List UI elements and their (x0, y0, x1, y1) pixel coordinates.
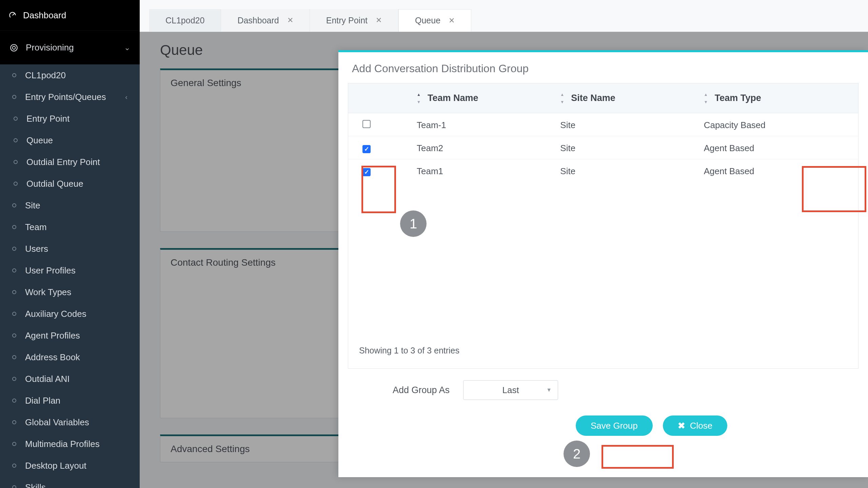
tab[interactable]: Queue✕ (398, 9, 471, 32)
sidebar-item-label: User Profiles (25, 265, 76, 276)
team-grid: Team Name Site Name Team Type Team-1Site… (348, 83, 858, 363)
sidebar-item[interactable]: Outdial Queue (0, 173, 140, 195)
bullet-icon (12, 333, 16, 338)
sidebar-item[interactable]: Dial Plan (0, 390, 140, 411)
select-value: Last (502, 385, 519, 395)
sidebar-item-label: CL1pod20 (25, 70, 66, 81)
sidebar-item-label: Address Book (25, 352, 80, 363)
modal-add-distribution-group: Add Conversation Distribution Group Team… (338, 50, 868, 477)
sidebar-item-label: Skills (25, 482, 46, 488)
close-icon[interactable]: ✕ (449, 16, 455, 25)
sort-icon (560, 94, 568, 103)
sidebar-item[interactable]: Skills (0, 476, 140, 488)
bullet-icon (12, 355, 16, 359)
sidebar-item-label: Queue (26, 135, 53, 146)
tab[interactable]: Dashboard✕ (221, 9, 310, 32)
close-icon[interactable]: ✕ (376, 16, 382, 25)
col-team-type[interactable]: Team Type (704, 93, 847, 103)
cell-team-name: Team-1 (417, 120, 560, 130)
close-icon[interactable]: ✕ (287, 16, 293, 25)
bullet-icon (12, 268, 16, 272)
bullet-icon (12, 420, 16, 424)
tab-label: Queue (415, 16, 440, 25)
bullet-icon (14, 182, 18, 186)
sidebar-item[interactable]: Team (0, 216, 140, 238)
bullet-icon (12, 247, 16, 251)
tab-static[interactable]: CL1pod20 (149, 9, 221, 32)
bullet-icon (12, 203, 16, 207)
col-site-name[interactable]: Site Name (560, 93, 704, 103)
sidebar-item-label: Users (25, 244, 48, 254)
bullet-icon (14, 138, 18, 142)
sidebar-item-label: Agent Profiles (25, 330, 80, 341)
cell-team-type: Agent Based (704, 143, 847, 154)
sidebar-dashboard-link[interactable]: Dashboard (0, 0, 140, 30)
sidebar-provisioning-heading[interactable]: Provisioning ⌄ (0, 30, 140, 64)
sidebar-provisioning-label: Provisioning (26, 42, 74, 53)
add-group-as-label: Add Group As (393, 385, 450, 395)
modal-body: Team Name Site Name Team Type Team-1Site… (348, 83, 859, 369)
cell-team-type: Capacity Based (704, 120, 847, 130)
sidebar-item[interactable]: User Profiles (0, 260, 140, 281)
row-checkbox[interactable] (362, 120, 371, 128)
sidebar-item[interactable]: Entry Points/Queues‹ (0, 86, 140, 108)
sidebar-item-label: Global Variables (25, 417, 89, 428)
sidebar-item-label: Site (25, 200, 40, 211)
bullet-icon (12, 312, 16, 316)
row-checkbox[interactable] (362, 168, 371, 176)
sidebar-item-label: Outdial ANI (25, 374, 70, 384)
sidebar-dashboard-label: Dashboard (23, 10, 66, 21)
sidebar-item[interactable]: Queue (0, 129, 140, 151)
save-group-button[interactable]: Save Group (576, 415, 653, 436)
sidebar-item-label: Entry Point (26, 114, 70, 124)
close-icon: ✖ (678, 421, 685, 431)
grid-header: Team Name Site Name Team Type (348, 83, 858, 113)
sidebar-item[interactable]: Multimedia Profiles (0, 433, 140, 455)
close-button[interactable]: ✖ Close (663, 415, 727, 436)
cell-team-type: Agent Based (704, 166, 847, 177)
sidebar-item-label: Multimedia Profiles (25, 439, 100, 449)
sidebar-item-label: Outdial Queue (26, 179, 83, 189)
sidebar-item[interactable]: Auxiliary Codes (0, 303, 140, 325)
row-checkbox[interactable] (362, 145, 371, 153)
close-label: Close (690, 421, 712, 431)
cell-team-name: Team1 (417, 166, 560, 177)
sidebar-item-label: Desktop Layout (25, 461, 86, 471)
svg-point-1 (13, 46, 16, 49)
bullet-icon (12, 485, 16, 488)
sidebar-item[interactable]: Site (0, 195, 140, 216)
sidebar-item[interactable]: Outdial Entry Point (0, 151, 140, 173)
grid-footer: Showing 1 to 3 of 3 entries (348, 338, 858, 363)
tab-bar: CL1pod20 Dashboard✕Entry Point✕Queue✕ (140, 0, 868, 32)
sidebar-item[interactable]: Users (0, 238, 140, 260)
cell-site-name: Site (560, 120, 704, 130)
sort-icon (704, 94, 711, 103)
dashboard-icon (8, 11, 17, 20)
sidebar-item[interactable]: CL1pod20 (0, 64, 140, 86)
add-group-as-select[interactable]: Last ▼ (463, 380, 558, 400)
sidebar-item[interactable]: Desktop Layout (0, 455, 140, 476)
sidebar-item-label: Dial Plan (25, 395, 60, 406)
modal-title: Add Conversation Distribution Group (338, 52, 868, 83)
caret-down-icon: ▼ (546, 387, 552, 393)
sidebar-item[interactable]: Outdial ANI (0, 368, 140, 390)
table-row: Team-1SiteCapacity Based (348, 113, 858, 136)
svg-point-0 (11, 44, 17, 51)
cell-team-name: Team2 (417, 143, 560, 154)
sidebar-item-label: Outdial Entry Point (26, 157, 100, 167)
sidebar-item[interactable]: Work Types (0, 281, 140, 303)
sidebar-item-label: Team (25, 222, 47, 232)
sidebar-item[interactable]: Agent Profiles (0, 325, 140, 346)
sidebar-item[interactable]: Address Book (0, 346, 140, 368)
sidebar-item[interactable]: Global Variables (0, 411, 140, 433)
sidebar: Dashboard Provisioning ⌄ CL1pod20Entry P… (0, 0, 140, 488)
bullet-icon (14, 117, 18, 121)
sort-icon (417, 94, 424, 103)
col-team-name[interactable]: Team Name (417, 93, 560, 103)
bullet-icon (12, 464, 16, 468)
tab[interactable]: Entry Point✕ (310, 9, 398, 32)
sidebar-item[interactable]: Entry Point (0, 108, 140, 129)
cell-site-name: Site (560, 166, 704, 177)
tab-static-label: CL1pod20 (165, 16, 204, 25)
chevron-down-icon: ⌄ (124, 43, 130, 52)
